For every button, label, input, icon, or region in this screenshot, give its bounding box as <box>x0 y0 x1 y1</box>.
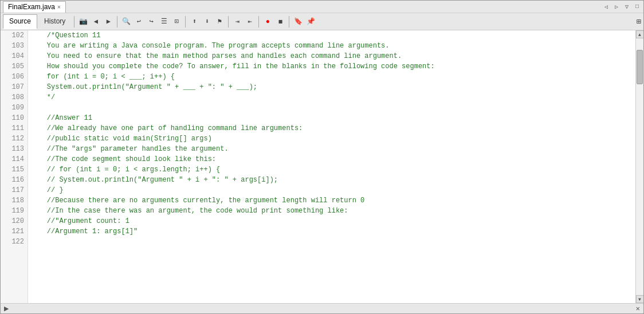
icon-search[interactable]: 🔍 <box>120 16 132 28</box>
code-line: //"Argument count: 1 <box>30 216 633 226</box>
main-window: FinalExam.java × ◁ ▷ ▽ □ Source History … <box>0 0 644 314</box>
status-close[interactable]: × <box>635 304 640 313</box>
icon-forward-1[interactable]: ▶ <box>103 16 114 28</box>
code-area[interactable]: /*Question 11 You are writing a Java con… <box>28 30 635 303</box>
icon-camera[interactable]: 📷 <box>77 16 89 28</box>
toolbar-sep-2 <box>117 16 117 28</box>
icon-select[interactable]: ⊡ <box>171 16 182 28</box>
title-bar-left: FinalExam.java × <box>3 1 66 13</box>
icon-stop[interactable]: ◼ <box>274 16 286 28</box>
icon-indent[interactable]: ⇥ <box>231 16 243 28</box>
line-number: 122 <box>1 237 28 247</box>
status-right: × <box>635 304 640 313</box>
icon-record[interactable]: ● <box>262 16 273 28</box>
tab-source[interactable]: Source <box>3 14 37 29</box>
toolbar-sep-3 <box>185 16 186 28</box>
file-tab[interactable]: FinalExam.java × <box>3 1 66 13</box>
tab-history[interactable]: History <box>38 14 71 29</box>
code-line: /*Question 11 <box>30 30 633 41</box>
minimize-btn[interactable]: ▽ <box>623 3 631 11</box>
line-number: 103 <box>1 41 28 51</box>
code-line <box>30 237 633 247</box>
toolbar-sep-1 <box>74 16 74 28</box>
toolbar-sep-4 <box>228 16 229 28</box>
icon-undo[interactable]: ↩ <box>133 16 144 28</box>
icon-down[interactable]: ⬇ <box>201 16 213 28</box>
scroll-down-btn[interactable]: ▼ <box>636 295 644 303</box>
file-tab-label: FinalExam.java <box>8 3 55 11</box>
code-line: //In the case there was an argument, the… <box>30 206 633 216</box>
code-line: //Because there are no arguments current… <box>30 195 633 206</box>
nav-forward-btn[interactable]: ▷ <box>612 3 621 11</box>
line-number: 110 <box>1 113 28 123</box>
line-number: 106 <box>1 72 28 82</box>
scroll-track[interactable] <box>636 38 643 295</box>
line-number: 102 <box>1 30 28 41</box>
icon-redo[interactable]: ↪ <box>146 16 157 28</box>
toolbar-sep-5 <box>258 16 259 28</box>
code-line: You need to ensure that the main method … <box>30 51 633 61</box>
icon-back-1[interactable]: ◀ <box>90 16 101 28</box>
code-line: System.out.println("Argument " + ___ + "… <box>30 82 633 92</box>
code-line: //Argument 1: args[1]" <box>30 226 633 237</box>
file-tab-close[interactable]: × <box>57 4 61 10</box>
icon-outdent[interactable]: ⇤ <box>244 16 256 28</box>
code-line: //public static void main(String[] args) <box>30 134 633 144</box>
line-number: 121 <box>1 226 28 237</box>
code-line: for (int i = 0; i < ___; i++) { <box>30 72 633 82</box>
code-line: //Answer 11 <box>30 113 633 123</box>
line-number: 112 <box>1 134 28 144</box>
status-arrow[interactable]: ▶ <box>4 305 9 312</box>
code-line <box>30 103 633 113</box>
scroll-up-btn[interactable]: ▲ <box>636 30 644 38</box>
code-line: //We already have one part of handling c… <box>30 123 633 134</box>
icon-flag[interactable]: ⚑ <box>214 16 225 28</box>
scroll-thumb[interactable] <box>637 50 643 84</box>
scrollbar-vertical[interactable]: ▲ ▼ <box>635 30 643 303</box>
nav-back-btn[interactable]: ◁ <box>602 3 610 11</box>
code-line: // for (int i = 0; i < args.length; i++)… <box>30 164 633 175</box>
line-number: 114 <box>1 154 28 164</box>
line-number: 116 <box>1 175 28 185</box>
title-bar: FinalExam.java × ◁ ▷ ▽ □ <box>1 1 643 13</box>
title-bar-controls: ◁ ▷ ▽ □ <box>602 3 641 11</box>
line-number: 113 <box>1 144 28 154</box>
line-number: 108 <box>1 92 28 103</box>
line-number: 115 <box>1 164 28 175</box>
toolbar: Source History 📷 ◀ ▶ 🔍 ↩ ↪ ☰ ⊡ ⬆ ⬇ ⚑ ⇥ ⇤… <box>1 13 643 30</box>
line-number: 105 <box>1 61 28 72</box>
icon-up[interactable]: ⬆ <box>189 16 200 28</box>
line-number: 104 <box>1 51 28 61</box>
icon-list[interactable]: ☰ <box>158 16 170 28</box>
line-numbers: 1021031041051061071081091101111121131141… <box>1 30 28 303</box>
icon-bookmark2[interactable]: 📌 <box>305 16 316 28</box>
icon-bookmark[interactable]: 🔖 <box>292 16 304 28</box>
toolbar-sep-6 <box>289 16 289 28</box>
code-line: How should you complete the code? To ans… <box>30 61 633 72</box>
expand-btn[interactable]: ⊞ <box>637 17 641 26</box>
maximize-btn[interactable]: □ <box>633 3 641 11</box>
code-line: // } <box>30 185 633 195</box>
line-number: 119 <box>1 206 28 216</box>
code-line: //The code segment should look like this… <box>30 154 633 164</box>
line-number: 117 <box>1 185 28 195</box>
line-number: 120 <box>1 216 28 226</box>
code-line: // System.out.println("Argument " + i + … <box>30 175 633 185</box>
line-number: 111 <box>1 123 28 134</box>
line-number: 109 <box>1 103 28 113</box>
editor-area: 1021031041051061071081091101111121131141… <box>1 30 643 303</box>
status-bar: ▶ × <box>1 303 643 313</box>
line-number: 118 <box>1 195 28 206</box>
code-line: You are writing a Java console program. … <box>30 41 633 51</box>
code-line: */ <box>30 92 633 103</box>
line-number: 107 <box>1 82 28 92</box>
code-line: //The "args" parameter handles the argum… <box>30 144 633 154</box>
